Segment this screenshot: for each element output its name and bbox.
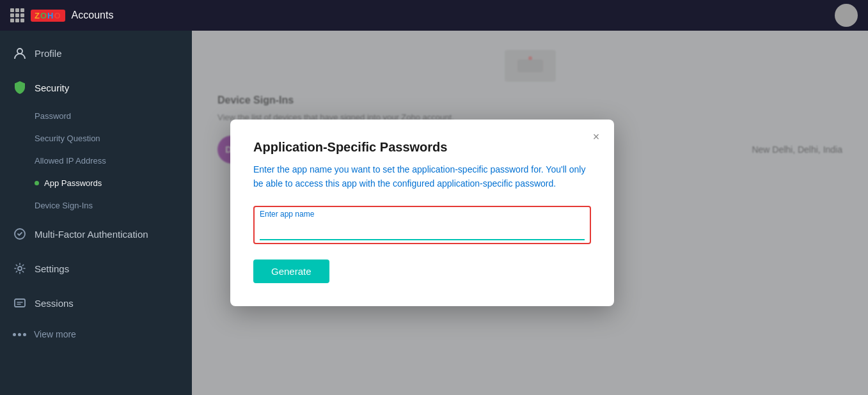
svg-point-2 [18, 267, 22, 270]
sidebar-item-profile[interactable]: Profile [0, 36, 192, 70]
sidebar-subitem-security-question[interactable]: Security Question [0, 127, 192, 150]
sidebar-item-sessions[interactable]: Sessions [0, 286, 192, 320]
sidebar-item-settings[interactable]: Settings [0, 251, 192, 286]
sidebar-mfa-label: Multi-Factor Authentication [35, 229, 148, 240]
sidebar-subitem-allowed-ip[interactable]: Allowed IP Address [0, 150, 192, 172]
mfa-icon [13, 227, 27, 241]
app-title: Accounts [72, 10, 114, 21]
sidebar-profile-label: Profile [35, 48, 62, 59]
sidebar: Profile Security Password Security Quest… [0, 31, 192, 395]
svg-point-0 [17, 49, 22, 54]
app-passwords-modal: × Application-Specific Passwords Enter t… [230, 120, 614, 307]
sidebar-subitem-password[interactable]: Password [0, 105, 192, 127]
modal-description: Enter the app name you want to set the a… [253, 162, 591, 191]
sidebar-item-security[interactable]: Security [0, 70, 192, 105]
modal-close-button[interactable]: × [588, 130, 604, 145]
sidebar-security-label: Security [35, 82, 69, 93]
content-area: Device Sign-Ins View the list of devices… [192, 31, 868, 395]
sidebar-subitem-device-signins[interactable]: Device Sign-Ins [0, 194, 192, 217]
sidebar-settings-label: Settings [35, 263, 69, 274]
svg-rect-3 [15, 299, 25, 307]
view-more-label: View more [34, 329, 76, 339]
apps-grid-icon[interactable] [10, 8, 24, 22]
app-name-label: Enter app name [260, 210, 585, 219]
top-navigation: ZOHO Accounts [0, 0, 868, 31]
main-layout: Profile Security Password Security Quest… [0, 31, 868, 395]
sidebar-item-mfa[interactable]: Multi-Factor Authentication [0, 217, 192, 251]
app-name-field-group: Enter app name [253, 206, 591, 244]
zoho-logo: ZOHO [31, 10, 65, 22]
modal-title: Application-Specific Passwords [253, 140, 591, 155]
sessions-icon [13, 296, 27, 310]
person-icon [13, 46, 27, 60]
sidebar-subitem-app-passwords[interactable]: App Passwords [0, 172, 192, 194]
modal-overlay: × Application-Specific Passwords Enter t… [192, 31, 868, 395]
active-dot-icon [35, 181, 39, 185]
topnav-left: ZOHO Accounts [10, 8, 113, 22]
three-dots-icon [13, 333, 26, 336]
shield-icon [13, 81, 27, 95]
view-more-item[interactable]: View more [0, 320, 192, 348]
app-name-input[interactable] [260, 221, 585, 240]
sidebar-sessions-label: Sessions [35, 298, 74, 309]
settings-icon [13, 261, 27, 275]
user-avatar[interactable] [835, 4, 858, 27]
generate-button[interactable]: Generate [253, 259, 329, 283]
